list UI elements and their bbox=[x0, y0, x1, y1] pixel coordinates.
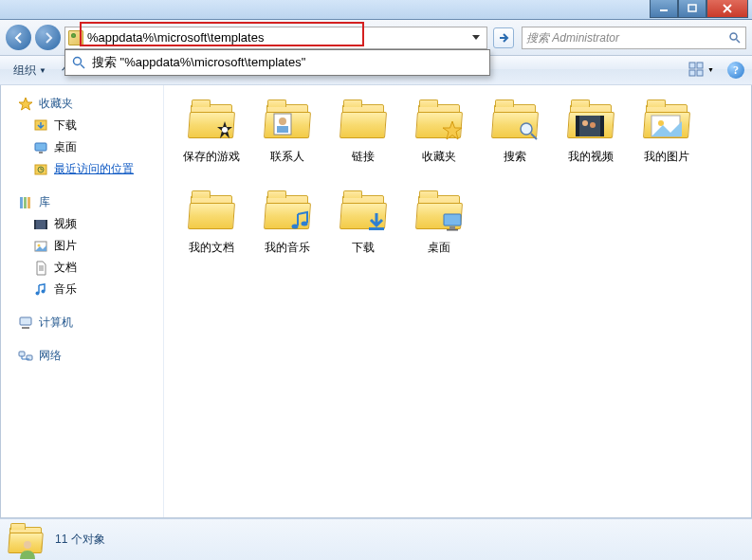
folder-label: 桌面 bbox=[428, 241, 450, 254]
folder-saved-games[interactable]: 保存的游戏 bbox=[174, 99, 249, 190]
library-icon bbox=[18, 195, 33, 210]
download-icon bbox=[33, 118, 48, 134]
folder-searches[interactable]: 搜索 bbox=[477, 99, 553, 190]
sidebar-label: 库 bbox=[39, 194, 50, 210]
folder-downloads[interactable]: 下载 bbox=[325, 190, 401, 280]
folder-icon bbox=[488, 99, 541, 144]
address-container: %appdata%\microsoft\templates 搜索 "%appda… bbox=[64, 27, 487, 49]
svg-point-20 bbox=[38, 244, 41, 246]
close-button[interactable] bbox=[706, 0, 748, 18]
folder-icon bbox=[261, 190, 314, 235]
svg-point-35 bbox=[582, 120, 588, 126]
sidebar-group-computer: 计算机 bbox=[1, 312, 163, 334]
svg-rect-1 bbox=[688, 5, 696, 11]
address-bar[interactable]: %appdata%\microsoft\templates bbox=[64, 27, 487, 49]
picture-overlay-icon bbox=[650, 114, 684, 140]
sidebar-item-downloads[interactable]: 下载 bbox=[1, 115, 163, 136]
svg-rect-18 bbox=[46, 220, 47, 229]
computer-icon bbox=[18, 316, 33, 331]
desktop-overlay-icon bbox=[441, 210, 464, 233]
svg-rect-5 bbox=[697, 63, 703, 68]
svg-point-2 bbox=[74, 57, 82, 64]
sidebar-label: 网络 bbox=[39, 348, 62, 364]
folder-label: 收藏夹 bbox=[422, 150, 456, 163]
folder-label: 我的文档 bbox=[189, 241, 234, 254]
folder-icon bbox=[337, 190, 390, 235]
sidebar-item-music[interactable]: 音乐 bbox=[1, 279, 163, 300]
sidebar-item-documents[interactable]: 文档 bbox=[1, 257, 163, 279]
svg-rect-43 bbox=[449, 226, 455, 229]
folder-my-videos[interactable]: 我的视频 bbox=[553, 99, 629, 190]
folder-favorites[interactable]: 收藏夹 bbox=[401, 99, 477, 190]
sidebar-item-videos[interactable]: 视频 bbox=[1, 213, 163, 235]
file-grid[interactable]: 保存的游戏 联系人 链接 收藏夹 bbox=[164, 85, 751, 517]
svg-rect-32 bbox=[576, 116, 604, 136]
address-text[interactable]: %appdata%\microsoft\templates bbox=[87, 30, 468, 45]
folder-contacts[interactable]: 联系人 bbox=[249, 99, 325, 190]
organize-button[interactable]: 组织 ▼ bbox=[8, 60, 52, 81]
sidebar-item-desktop[interactable]: 桌面 bbox=[1, 136, 163, 158]
svg-point-31 bbox=[521, 123, 532, 135]
music-overlay-icon bbox=[289, 210, 312, 233]
go-button[interactable] bbox=[493, 27, 514, 48]
svg-point-36 bbox=[590, 122, 596, 128]
svg-rect-42 bbox=[444, 214, 461, 226]
svg-rect-9 bbox=[35, 143, 46, 151]
back-button[interactable] bbox=[6, 25, 31, 50]
folder-label: 我的图片 bbox=[644, 150, 689, 163]
folder-icon bbox=[261, 99, 314, 144]
organize-label: 组织 bbox=[13, 63, 36, 79]
sidebar-header-libraries[interactable]: 库 bbox=[1, 191, 163, 213]
autocomplete-item[interactable]: 搜索 "%appdata%\microsoft\templates" bbox=[65, 50, 489, 75]
svg-point-27 bbox=[222, 127, 228, 133]
search-input[interactable] bbox=[526, 31, 728, 45]
search-box[interactable] bbox=[522, 27, 746, 49]
sidebar-item-pictures[interactable]: 图片 bbox=[1, 235, 163, 257]
folder-icon bbox=[337, 99, 390, 144]
sidebar-group-favorites: 收藏夹 下载 桌面 最近访问的位置 bbox=[1, 93, 163, 180]
folder-label: 链接 bbox=[352, 150, 375, 163]
navigation-pane: 收藏夹 下载 桌面 最近访问的位置 bbox=[1, 85, 164, 517]
help-button[interactable]: ? bbox=[727, 62, 744, 79]
folder-label: 我的音乐 bbox=[265, 241, 310, 254]
content-area: 收藏夹 下载 桌面 最近访问的位置 bbox=[0, 85, 752, 518]
title-bar bbox=[0, 0, 752, 20]
folder-my-pictures[interactable]: 我的图片 bbox=[629, 99, 705, 190]
sidebar-header-network[interactable]: 网络 bbox=[1, 345, 163, 367]
svg-rect-4 bbox=[689, 63, 695, 68]
svg-rect-33 bbox=[576, 116, 579, 136]
maximize-button[interactable] bbox=[678, 0, 706, 18]
folder-icon bbox=[640, 99, 693, 144]
svg-point-29 bbox=[279, 117, 286, 125]
svg-point-45 bbox=[24, 541, 31, 549]
svg-rect-17 bbox=[34, 220, 36, 229]
sidebar-label: 文档 bbox=[54, 260, 77, 276]
sidebar-header-favorites[interactable]: 收藏夹 bbox=[1, 93, 163, 115]
address-dropdown-arrow[interactable] bbox=[468, 35, 484, 41]
sidebar-header-computer[interactable]: 计算机 bbox=[1, 312, 163, 334]
folder-label: 下载 bbox=[352, 241, 375, 254]
svg-point-40 bbox=[302, 222, 308, 226]
forward-button[interactable] bbox=[35, 25, 61, 50]
folder-icon bbox=[413, 190, 466, 235]
sidebar-item-recent[interactable]: 最近访问的位置 bbox=[1, 158, 163, 180]
command-bar-right: ▼ ? bbox=[688, 61, 744, 80]
star-icon bbox=[18, 97, 33, 112]
folder-links[interactable]: 链接 bbox=[325, 99, 401, 190]
music-icon bbox=[33, 282, 48, 298]
folder-icon bbox=[68, 30, 83, 45]
video-overlay-icon bbox=[574, 112, 608, 140]
folder-desktop[interactable]: 桌面 bbox=[401, 190, 477, 280]
contacts-overlay-icon bbox=[272, 112, 303, 138]
folder-my-documents[interactable]: 我的文档 bbox=[174, 190, 249, 280]
star-overlay-icon bbox=[441, 119, 464, 142]
status-count: 11 个对象 bbox=[55, 532, 105, 548]
svg-rect-0 bbox=[660, 9, 668, 11]
svg-point-22 bbox=[42, 289, 46, 293]
view-button[interactable]: ▼ bbox=[688, 61, 706, 80]
folder-my-music[interactable]: 我的音乐 bbox=[249, 190, 325, 280]
svg-rect-41 bbox=[369, 227, 384, 230]
folder-icon bbox=[185, 99, 238, 144]
minimize-button[interactable] bbox=[650, 0, 678, 18]
sidebar-label: 图片 bbox=[54, 238, 77, 254]
